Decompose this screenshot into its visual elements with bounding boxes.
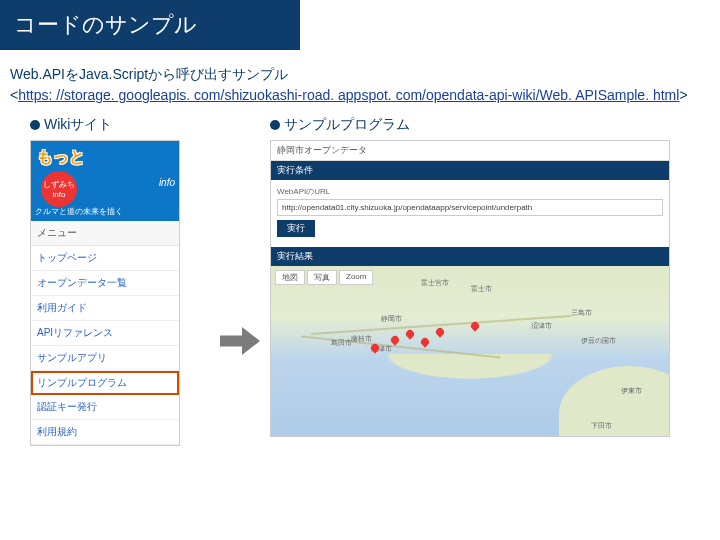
- map-tab-photo[interactable]: 写真: [307, 270, 337, 285]
- map-tabs: 地図 写真 Zoom: [275, 270, 373, 285]
- map-city-label: 伊豆の国市: [581, 336, 616, 346]
- right-column: サンプルプログラム 静岡市オープンデータ 実行条件 WebAPIのURL 実行 …: [270, 116, 670, 446]
- map-city-label: 富士宮市: [421, 278, 449, 288]
- intro-desc: Web.APIをJava.Scriptから呼び出すサンプル: [10, 64, 710, 85]
- wiki-menu-item[interactable]: トップページ: [31, 246, 179, 271]
- hero-logo-text: もっと: [37, 147, 85, 168]
- right-heading-text: サンプルプログラム: [284, 116, 410, 134]
- map-city-label: 下田市: [591, 421, 612, 431]
- map-pin-icon[interactable]: [419, 336, 430, 347]
- map-city-label: 伊東市: [621, 386, 642, 396]
- arrow-right-icon: [220, 327, 260, 355]
- map-city-label: 三島市: [571, 308, 592, 318]
- bracket-open-icon: <: [10, 87, 18, 103]
- slide-title: コードのサンプル: [0, 0, 300, 50]
- left-heading-text: Wikiサイト: [44, 116, 112, 134]
- hero-caption: クルマと道の未来を描く: [35, 206, 175, 217]
- sample-bar-conditions: 実行条件: [271, 161, 669, 180]
- bullet-icon: [30, 120, 40, 130]
- wiki-card: もっと しずみち info info クルマと道の未来を描く メニュー トップペ…: [30, 140, 180, 446]
- wiki-menu-item[interactable]: サンプルアプリ: [31, 346, 179, 371]
- map-city-label: 藤枝市: [351, 334, 372, 344]
- right-heading: サンプルプログラム: [270, 116, 670, 134]
- map-canvas[interactable]: 富士市富士宮市静岡市島田市藤枝市焼津市沼津市三島市伊豆の国市伊東市下田市: [271, 266, 669, 436]
- map-pin-icon[interactable]: [404, 328, 415, 339]
- resource-url-input[interactable]: [277, 199, 663, 216]
- bracket-close-icon: >: [679, 87, 687, 103]
- resource-label: WebAPIのURL: [277, 186, 663, 197]
- intro-url-line: <https: //storage. googleapis. com/shizu…: [10, 85, 710, 106]
- wiki-menu-item[interactable]: 利用ガイド: [31, 296, 179, 321]
- intro-block: Web.APIをJava.Scriptから呼び出すサンプル <https: //…: [10, 64, 710, 106]
- hero-circle-badge: しずみち info: [41, 171, 77, 207]
- arrow-column: [210, 116, 270, 446]
- sample-body: WebAPIのURL 実行: [271, 180, 669, 243]
- map-pin-icon[interactable]: [434, 326, 445, 337]
- left-column: Wikiサイト もっと しずみち info info クルマと道の未来を描く メ…: [30, 116, 210, 446]
- map-container: 地図 写真 Zoom 富士市富士宮市静岡市島田市藤枝市焼津市沼津市三島市伊豆の国…: [271, 266, 669, 436]
- wiki-menu-item[interactable]: 利用規約: [31, 420, 179, 445]
- map-zoom-label: Zoom: [339, 270, 373, 285]
- wiki-menu-item[interactable]: リンプルプログラム: [31, 371, 179, 395]
- wiki-menu-item[interactable]: 認証キー発行: [31, 395, 179, 420]
- wiki-hero: もっと しずみち info info クルマと道の未来を描く: [31, 141, 179, 221]
- map-tab-map[interactable]: 地図: [275, 270, 305, 285]
- sample-url-link[interactable]: https: //storage. googleapis. com/shizuo…: [18, 87, 679, 103]
- map-city-label: 静岡市: [381, 314, 402, 324]
- map-city-label: 富士市: [471, 284, 492, 294]
- wiki-menu-label: メニュー: [31, 221, 179, 246]
- left-heading: Wikiサイト: [30, 116, 210, 134]
- run-button[interactable]: 実行: [277, 220, 315, 237]
- wiki-menu-item[interactable]: APIリファレンス: [31, 321, 179, 346]
- wiki-menu-item[interactable]: オープンデータ一覧: [31, 271, 179, 296]
- sample-bar-results: 実行結果: [271, 247, 669, 266]
- results-label: 実行結果: [277, 250, 313, 263]
- sample-panel-title: 静岡市オープンデータ: [271, 141, 669, 161]
- bullet-icon: [270, 120, 280, 130]
- map-city-label: 島田市: [331, 338, 352, 348]
- sample-panel: 静岡市オープンデータ 実行条件 WebAPIのURL 実行 実行結果 地図 写真…: [270, 140, 670, 437]
- hero-sub-text: info: [159, 177, 175, 188]
- map-city-label: 沼津市: [531, 321, 552, 331]
